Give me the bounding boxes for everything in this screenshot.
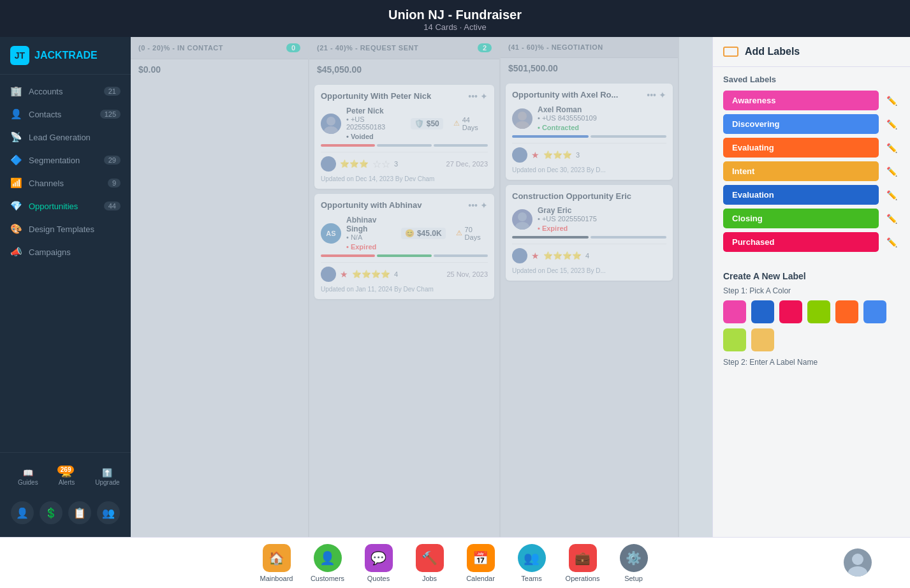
segmentation-badge: 29 <box>104 156 121 165</box>
label-edit-intent[interactable]: ✏️ <box>884 164 900 179</box>
label-item-awareness: Awareness ✏️ <box>723 91 900 110</box>
swatch-pink[interactable] <box>723 300 746 323</box>
label-edit-awareness[interactable]: ✏️ <box>884 93 900 108</box>
campaigns-icon: 📣 <box>10 246 22 258</box>
quotes-label: Quotes <box>367 575 390 582</box>
sidebar-item-channels[interactable]: 📶 Channels 9 <box>0 172 131 195</box>
sidebar-item-campaigns[interactable]: 📣 Campaigns <box>0 240 131 263</box>
saved-labels-title: Saved Labels <box>723 75 900 84</box>
sidebar-item-lead-generation[interactable]: 📡 Lead Generation <box>0 126 131 149</box>
calendar-icon: 📅 <box>467 544 495 572</box>
sidebar-item-opportunities[interactable]: 💎 Opportunities 44 <box>0 195 131 217</box>
sidebar-item-accounts[interactable]: 🏢 Accounts 21 <box>0 80 131 103</box>
design-templates-icon: 🎨 <box>10 223 22 235</box>
swatch-red[interactable] <box>779 300 802 323</box>
saved-labels-section: Saved Labels Awareness ✏️ Discovering ✏️… <box>713 67 910 263</box>
logo-text: JACKTRADE <box>34 50 98 61</box>
channels-icon: 📶 <box>10 177 22 189</box>
contacts-badge: 125 <box>100 110 121 119</box>
extra-icon-team[interactable]: 👥 <box>97 501 120 524</box>
label-icon <box>723 47 738 57</box>
accounts-icon: 🏢 <box>10 85 22 97</box>
nav-item-quotes[interactable]: 💬 Quotes <box>353 540 404 586</box>
sidebar-nav: 🏢 Accounts 21 👤 Contacts 125 📡 Lead Gene… <box>0 75 131 452</box>
right-panel: › Add Labels Saved Labels Awareness ✏️ D… <box>712 37 910 537</box>
sidebar-item-label: Contacts <box>29 110 61 119</box>
quotes-icon: 💬 <box>365 544 393 572</box>
label-pill-intent[interactable]: Intent <box>723 161 879 181</box>
label-edit-discovering[interactable]: ✏️ <box>884 117 900 132</box>
mainboard-label: Mainboard <box>260 575 293 582</box>
calendar-label: Calendar <box>466 575 495 582</box>
setup-icon: ⚙️ <box>620 544 648 572</box>
sidebar: JT JACKTRADE 🏢 Accounts 21 👤 Contacts 12… <box>0 37 131 537</box>
nav-item-setup[interactable]: ⚙️ Setup <box>608 540 659 586</box>
sidebar-item-label: Accounts <box>29 87 62 96</box>
nav-item-teams[interactable]: 👥 Teams <box>506 540 557 586</box>
user-avatar[interactable] <box>844 548 872 577</box>
sidebar-item-label: Lead Generation <box>29 133 91 142</box>
panel-title: Add Labels <box>745 46 800 57</box>
label-pill-evaluation[interactable]: Evaluation <box>723 185 879 205</box>
upgrade-icon: ⬆️ <box>102 468 112 478</box>
channels-badge: 9 <box>108 179 121 187</box>
nav-item-calendar[interactable]: 📅 Calendar <box>455 540 506 586</box>
page-title: Union NJ - Fundraiser <box>0 8 910 22</box>
guides-button[interactable]: 📖 Guides <box>8 463 48 491</box>
svg-point-6 <box>852 554 863 565</box>
accounts-badge: 21 <box>104 87 121 96</box>
sidebar-item-contacts[interactable]: 👤 Contacts 125 <box>0 103 131 126</box>
label-pill-evaluating[interactable]: Evaluating <box>723 138 879 158</box>
label-edit-evaluating[interactable]: ✏️ <box>884 140 900 156</box>
contacts-icon: 👤 <box>10 108 22 120</box>
extra-icon-dollar[interactable]: 💲 <box>40 501 62 524</box>
label-edit-evaluation[interactable]: ✏️ <box>884 187 900 203</box>
nav-item-operations[interactable]: 💼 Operations <box>557 540 608 586</box>
sidebar-item-label: Opportunities <box>29 202 78 211</box>
label-edit-closing[interactable]: ✏️ <box>884 211 900 226</box>
guides-icon: 📖 <box>23 468 33 478</box>
nav-item-mainboard[interactable]: 🏠 Mainboard <box>251 540 302 586</box>
nav-item-jobs[interactable]: 🔨 Jobs <box>404 540 455 586</box>
extra-icon-user[interactable]: 👤 <box>11 501 34 524</box>
bottom-nav: 🏠 Mainboard 👤 Customers 💬 Quotes 🔨 Jobs … <box>0 537 910 588</box>
operations-label: Operations <box>566 575 600 582</box>
label-pill-closing[interactable]: Closing <box>723 209 879 228</box>
panel-toggle-button[interactable]: › <box>712 46 713 66</box>
swatch-orange[interactable] <box>835 300 858 323</box>
mainboard-icon: 🏠 <box>263 544 291 572</box>
swatch-lime[interactable] <box>807 300 830 323</box>
alerts-label: Alerts <box>59 479 75 486</box>
swatch-blue[interactable] <box>751 300 774 323</box>
label-item-purchased: Purchased ✏️ <box>723 232 900 252</box>
swatch-lightblue[interactable] <box>863 300 886 323</box>
swatch-yellow[interactable] <box>751 328 774 351</box>
sidebar-bottom: 📖 Guides 🔔 269 Alerts ⬆️ Upgrade 👤 � <box>0 452 131 537</box>
header: Union NJ - Fundraiser 14 Cards · Active <box>0 0 910 37</box>
segmentation-icon: 🔷 <box>10 154 22 166</box>
main-content: (0 - 20)% - IN CONTACT 0 $0.00 (21 - 40)… <box>131 37 910 537</box>
swatch-yellow-green[interactable] <box>723 328 746 351</box>
label-pill-discovering[interactable]: Discovering <box>723 114 879 134</box>
logo-icon: JT <box>10 46 29 65</box>
setup-label: Setup <box>624 575 643 582</box>
panel-header: Add Labels <box>713 37 910 67</box>
label-pill-awareness[interactable]: Awareness <box>723 91 879 110</box>
sidebar-item-segmentation[interactable]: 🔷 Segmentation 29 <box>0 149 131 172</box>
customers-label: Customers <box>311 575 344 582</box>
sidebar-item-label: Segmentation <box>29 156 80 165</box>
sidebar-item-design-templates[interactable]: 🎨 Design Templates <box>0 217 131 240</box>
svg-point-7 <box>848 566 867 577</box>
label-item-intent: Intent ✏️ <box>723 161 900 181</box>
extra-icon-list[interactable]: 📋 <box>68 501 91 524</box>
teams-icon: 👥 <box>518 544 546 572</box>
jobs-icon: 🔨 <box>416 544 444 572</box>
nav-item-customers[interactable]: 👤 Customers <box>302 540 353 586</box>
customers-icon: 👤 <box>314 544 342 572</box>
alerts-button[interactable]: 🔔 269 Alerts <box>48 463 85 491</box>
upgrade-button[interactable]: ⬆️ Upgrade <box>85 463 129 491</box>
create-label-title: Create A New Label <box>723 271 900 281</box>
label-pill-purchased[interactable]: Purchased <box>723 232 879 252</box>
label-edit-purchased[interactable]: ✏️ <box>884 235 900 250</box>
teams-label: Teams <box>521 575 541 582</box>
